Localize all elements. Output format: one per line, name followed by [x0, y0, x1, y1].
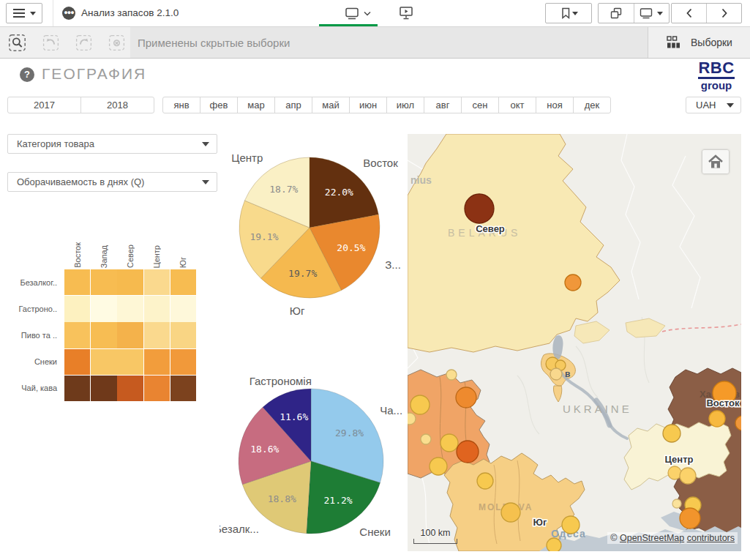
heatmap-cell[interactable]	[91, 349, 116, 375]
sheet-view-button[interactable]	[340, 4, 376, 22]
contributors-link[interactable]: contributors	[687, 533, 735, 543]
heatmap-cell[interactable]	[170, 322, 196, 348]
heatmap-cell[interactable]	[91, 269, 116, 295]
heatmap-cell[interactable]	[144, 349, 170, 375]
global-menu-button[interactable]	[6, 3, 42, 23]
heatmap-cell[interactable]	[144, 322, 170, 348]
month-button-янв[interactable]: янв	[163, 97, 200, 113]
heatmap-cell[interactable]	[64, 322, 90, 348]
heatmap-row-label[interactable]: Безалког..	[0, 269, 61, 296]
heatmap-cell[interactable]	[144, 269, 170, 295]
heatmap-column-label[interactable]: Север	[117, 233, 143, 268]
map-data-bubble[interactable]	[680, 508, 700, 529]
heatmap-cell[interactable]	[144, 376, 170, 401]
heatmap-row-label[interactable]: Снеки	[0, 348, 61, 375]
map-chart[interactable]: niusBELARUSUKRAINEMOLDOVAОдесаХавв Север…	[408, 134, 741, 551]
heatmap-cell[interactable]	[64, 269, 90, 295]
map-data-bubble[interactable]	[663, 425, 680, 442]
previous-sheet-button[interactable]	[672, 4, 706, 23]
month-button-июл[interactable]: июл	[387, 97, 424, 113]
year-button-2017[interactable]: 2017	[8, 97, 81, 113]
heatmap-cell[interactable]	[117, 376, 143, 401]
heatmap-cell[interactable]	[91, 376, 116, 401]
map-data-bubble[interactable]	[501, 503, 520, 522]
heatmap-column-label[interactable]: Юг	[170, 233, 196, 268]
heatmap-cell[interactable]	[170, 296, 196, 321]
map-data-bubble[interactable]	[421, 434, 431, 444]
heatmap-cell[interactable]	[117, 296, 143, 321]
heatmap-cell[interactable]	[64, 376, 90, 401]
map-data-bubble[interactable]	[456, 387, 476, 408]
map-data-bubble[interactable]	[410, 395, 430, 414]
categories-pie-chart[interactable]: 29.8%Ча...21.2%Снеки18.8%Безалк...18.6%1…	[220, 372, 407, 552]
duplicate-sheet-button[interactable]	[599, 4, 634, 23]
smart-search-button[interactable]	[7, 33, 27, 53]
selections-tool-button[interactable]: Выборки	[648, 27, 750, 58]
map-region-north[interactable]	[408, 134, 620, 352]
heatmap-cell[interactable]	[170, 376, 196, 401]
heatmap-cell[interactable]	[64, 349, 90, 375]
currency-select[interactable]: UAH	[686, 97, 741, 113]
map-data-bubble[interactable]	[430, 458, 447, 475]
month-button-сен[interactable]: сен	[462, 97, 499, 113]
pie-slice-label: Снеки	[359, 526, 390, 538]
month-button-ноя[interactable]: ноя	[536, 97, 574, 113]
top-bar: ●●● Анализ запасов 2.1.0	[0, 0, 750, 27]
attribution-prefix: ©	[610, 533, 620, 543]
heatmap-cell[interactable]	[170, 349, 196, 375]
month-button-июн[interactable]: июн	[350, 97, 387, 113]
heatmap-cell[interactable]	[91, 322, 116, 348]
clear-selections-button[interactable]	[108, 34, 126, 52]
map-data-bubble[interactable]	[668, 466, 681, 479]
map-data-bubble[interactable]	[457, 441, 479, 463]
next-sheet-button[interactable]	[707, 4, 741, 23]
heatmap-cell[interactable]	[170, 269, 196, 295]
presentation-mode-button[interactable]	[398, 5, 414, 21]
heatmap-column-label[interactable]: Запад	[91, 233, 117, 268]
month-button-май[interactable]: май	[312, 97, 350, 113]
map-data-bubble[interactable]	[709, 411, 725, 427]
month-button-дек[interactable]: дек	[574, 97, 610, 113]
regions-pie-chart[interactable]: 22.0%Восток20.5%З...19.7%Юг19.1%18.7%Цен…	[220, 145, 407, 318]
map-data-bubble[interactable]	[408, 413, 416, 425]
measure-filter-dropdown[interactable]: Оборачиваемость в днях (Q)	[7, 172, 217, 192]
year-button-2018[interactable]: 2018	[81, 97, 154, 113]
heatmap-cell[interactable]	[144, 296, 170, 321]
map-home-button[interactable]	[702, 150, 729, 173]
map-data-bubble[interactable]	[440, 434, 458, 452]
map-data-bubble[interactable]	[550, 368, 562, 380]
heatmap-row-label[interactable]: Чай, кава	[0, 375, 61, 401]
map-data-bubble[interactable]	[465, 194, 494, 223]
help-icon[interactable]: ?	[20, 67, 34, 82]
osm-link[interactable]: OpenStreetMap	[620, 533, 684, 543]
map-data-bubble[interactable]	[446, 370, 457, 380]
month-button-мар[interactable]: мар	[238, 97, 275, 113]
heatmap-cell[interactable]	[117, 269, 143, 295]
heatmap-column-label[interactable]: Восток	[64, 233, 91, 268]
heatmap-row-label[interactable]: Пиво та ..	[0, 322, 61, 348]
heatmap-cell[interactable]	[117, 349, 143, 375]
selections-label: Выборки	[691, 37, 732, 48]
undo-selection-button[interactable]	[42, 34, 60, 52]
heatmap-cell[interactable]	[117, 322, 143, 348]
category-filter-dropdown[interactable]: Категория товара	[7, 134, 217, 154]
map-data-bubble[interactable]	[672, 499, 681, 508]
heatmap-row-label[interactable]: Гастроно..	[0, 296, 61, 322]
month-button-фев[interactable]: фев	[200, 97, 238, 113]
page-title: ГЕОГРАФИЯ	[42, 65, 146, 83]
map-data-bubble[interactable]	[562, 516, 580, 534]
redo-selection-button[interactable]	[75, 34, 93, 52]
map-data-bubble[interactable]	[680, 468, 696, 484]
month-button-окт[interactable]: окт	[499, 97, 536, 113]
map-region-west[interactable]	[408, 370, 490, 478]
bookmarks-button[interactable]	[545, 3, 592, 23]
heatmap-column-label[interactable]: Центр	[143, 233, 170, 268]
map-data-bubble[interactable]	[547, 538, 561, 551]
sheet-list-button[interactable]	[634, 4, 670, 23]
map-data-bubble[interactable]	[565, 275, 581, 291]
map-data-bubble[interactable]	[477, 473, 493, 489]
month-button-авг[interactable]: авг	[424, 97, 462, 113]
heatmap-cell[interactable]	[64, 296, 90, 321]
heatmap-cell[interactable]	[91, 296, 116, 321]
month-button-апр[interactable]: апр	[275, 97, 312, 113]
